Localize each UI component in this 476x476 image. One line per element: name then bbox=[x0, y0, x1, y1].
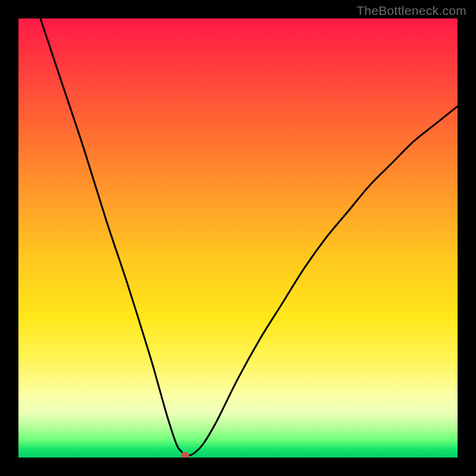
plot-area bbox=[18, 18, 458, 458]
chart-frame: TheBottleneck.com bbox=[0, 0, 476, 476]
bottleneck-curve bbox=[18, 18, 458, 458]
watermark-text: TheBottleneck.com bbox=[356, 4, 466, 18]
optimal-marker bbox=[181, 452, 189, 458]
